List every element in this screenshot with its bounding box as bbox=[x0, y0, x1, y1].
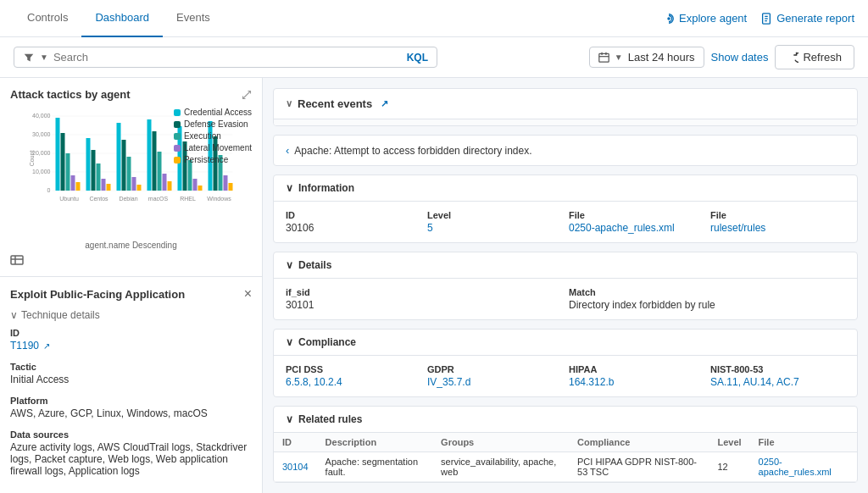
right-panel: ∨ Recent events ↗ Time ↓ Technique(s) Ta… bbox=[263, 78, 868, 493]
explore-agent-button[interactable]: Explore agent bbox=[663, 12, 747, 25]
details-match-value: Directory index forbidden by rule bbox=[569, 299, 845, 311]
kql-badge[interactable]: KQL bbox=[407, 52, 428, 64]
col-description: Description bbox=[317, 433, 433, 452]
technique-panel: Exploit Public-Facing Application × ∨ Te… bbox=[0, 277, 262, 493]
recent-events-header[interactable]: ∨ Recent events ↗ bbox=[274, 89, 857, 119]
chevron-down-icon: ∨ bbox=[10, 309, 18, 321]
svg-rect-43 bbox=[198, 186, 203, 191]
svg-rect-21 bbox=[66, 153, 70, 191]
legend-execution: Execution bbox=[174, 131, 252, 141]
close-technique-button[interactable]: × bbox=[244, 287, 252, 301]
svg-rect-23 bbox=[76, 182, 81, 191]
svg-rect-56 bbox=[11, 256, 23, 264]
file-icon bbox=[760, 13, 772, 25]
svg-rect-31 bbox=[127, 157, 131, 191]
radio-icon bbox=[663, 13, 675, 25]
legend-defense-evasion: Defense Evasion bbox=[174, 119, 252, 129]
tab-dashboard[interactable]: Dashboard bbox=[81, 0, 163, 37]
nav-tabs: Controls Dashboard Events bbox=[14, 0, 224, 37]
svg-text:0: 0 bbox=[47, 187, 51, 193]
legend-dot bbox=[174, 145, 181, 152]
svg-text:macOS: macOS bbox=[148, 196, 169, 202]
external-link-icon[interactable]: ↗ bbox=[381, 98, 388, 109]
cell-file[interactable]: 0250-apache_rules.xml bbox=[750, 452, 857, 482]
information-card: ∨ Information ID 30106 Level 5 File 0250… bbox=[273, 174, 858, 243]
refresh-button[interactable]: Refresh bbox=[775, 45, 854, 69]
details-card: ∨ Details if_sid 30101 Match Directory i… bbox=[273, 252, 858, 320]
details-header[interactable]: ∨ Details bbox=[274, 252, 857, 279]
technique-id-value[interactable]: T1190 bbox=[10, 340, 39, 352]
compliance-hipaa-value[interactable]: 164.312.b bbox=[569, 376, 704, 388]
information-header[interactable]: ∨ Information bbox=[274, 175, 857, 202]
svg-rect-34 bbox=[147, 119, 152, 191]
info-id-value: 30106 bbox=[286, 222, 420, 234]
technique-section-toggle[interactable]: ∨ Technique details bbox=[10, 309, 252, 321]
compliance-nist-value[interactable]: SA.11, AU.14, AC.7 bbox=[710, 376, 845, 388]
col-techniques: Technique(s) bbox=[380, 119, 458, 126]
technique-section: ∨ Technique details ID T1190 ↗ Tactic In… bbox=[10, 309, 252, 477]
expand-icon[interactable] bbox=[242, 90, 252, 100]
chart-legend: Credential Access Defense Evasion Execut… bbox=[174, 108, 252, 164]
dropdown-arrow: ▼ bbox=[615, 53, 623, 62]
svg-rect-47 bbox=[224, 175, 228, 191]
alert-text: Apache: Attempt to access forbidden dire… bbox=[294, 145, 531, 157]
col-compliance: Compliance bbox=[569, 433, 709, 452]
compliance-header[interactable]: ∨ Compliance bbox=[274, 330, 857, 356]
refresh-icon bbox=[787, 52, 798, 63]
date-filter-label: Last 24 hours bbox=[628, 51, 695, 64]
compliance-pcidss-value[interactable]: 6.5.8, 10.2.4 bbox=[286, 376, 420, 388]
alert-bar[interactable]: ‹ Apache: Attempt to access forbidden di… bbox=[273, 135, 858, 166]
main-content: Attack tactics by agent 40,000 30,000 20… bbox=[0, 78, 868, 493]
technique-platform-value: AWS, Azure, GCP, Linux, Windows, macOS bbox=[10, 407, 252, 419]
table-row[interactable]: 30104 Apache: segmentation fault. servic… bbox=[274, 452, 857, 482]
details-match-field: Match Directory index forbidden by rule bbox=[569, 287, 845, 311]
information-title: Information bbox=[298, 182, 354, 194]
chevron-down-icon: ∨ bbox=[286, 413, 293, 425]
technique-tactic-value: Initial Access bbox=[10, 374, 252, 385]
chart-table-icon[interactable] bbox=[10, 253, 252, 269]
info-file1-value[interactable]: 0250-apache_rules.xml bbox=[569, 222, 704, 234]
chart-title: Attack tactics by agent bbox=[10, 88, 252, 101]
related-rules-header[interactable]: ∨ Related rules bbox=[274, 407, 857, 433]
search-bar: ▼ KQL ▼ Last 24 hours Show dates Refresh bbox=[0, 37, 868, 78]
chevron-left-icon: ‹ bbox=[286, 144, 289, 157]
recent-events-card: ∨ Recent events ↗ Time ↓ Technique(s) Ta… bbox=[273, 88, 858, 126]
col-level: Level bbox=[533, 119, 577, 126]
svg-text:Windows: Windows bbox=[207, 196, 231, 202]
svg-rect-30 bbox=[122, 140, 126, 191]
svg-point-0 bbox=[667, 17, 670, 20]
legend-credential-access: Credential Access bbox=[174, 108, 252, 117]
svg-rect-48 bbox=[229, 183, 233, 191]
compliance-gdpr-value[interactable]: IV_35.7.d bbox=[427, 376, 562, 388]
dropdown-arrow: ▼ bbox=[40, 53, 48, 62]
tab-controls[interactable]: Controls bbox=[14, 0, 81, 37]
technique-header: Exploit Public-Facing Application × bbox=[10, 287, 252, 301]
calendar-icon bbox=[598, 52, 609, 63]
details-ifsid-value: 30101 bbox=[286, 299, 562, 311]
top-nav-actions: Explore agent Generate report bbox=[663, 12, 854, 25]
generate-report-button[interactable]: Generate report bbox=[760, 12, 854, 25]
info-file2-value[interactable]: ruleset/rules bbox=[710, 222, 845, 234]
technique-id-field: ID T1190 ↗ bbox=[10, 328, 252, 352]
cell-id[interactable]: 30104 bbox=[274, 452, 317, 482]
show-dates-button[interactable]: Show dates bbox=[711, 51, 769, 64]
search-input[interactable] bbox=[53, 51, 402, 64]
svg-rect-19 bbox=[56, 118, 60, 191]
cell-groups: service_availability, apache, web bbox=[432, 452, 569, 482]
legend-dot bbox=[174, 121, 181, 128]
details-grid: if_sid 30101 Match Directory index forbi… bbox=[274, 279, 857, 319]
compliance-grid: PCI DSS 6.5.8, 10.2.4 GDPR IV_35.7.d HIP… bbox=[274, 356, 857, 396]
legend-dot bbox=[174, 109, 181, 116]
filter-icon bbox=[23, 52, 35, 64]
compliance-hipaa-field: HIPAA 164.312.b bbox=[569, 364, 704, 388]
svg-text:Count: Count bbox=[29, 151, 35, 167]
technique-title: Exploit Public-Facing Application bbox=[10, 288, 185, 301]
svg-text:10,000: 10,000 bbox=[32, 169, 51, 174]
technique-platform-field: Platform AWS, Azure, GCP, Linux, Windows… bbox=[10, 396, 252, 419]
info-level-value[interactable]: 5 bbox=[427, 222, 562, 234]
technique-datasources-field: Data sources Azure activity logs, AWS Cl… bbox=[10, 429, 252, 477]
tab-events[interactable]: Events bbox=[163, 0, 224, 37]
date-filter[interactable]: ▼ Last 24 hours bbox=[589, 47, 704, 68]
svg-rect-24 bbox=[86, 138, 91, 191]
details-title: Details bbox=[298, 259, 331, 271]
